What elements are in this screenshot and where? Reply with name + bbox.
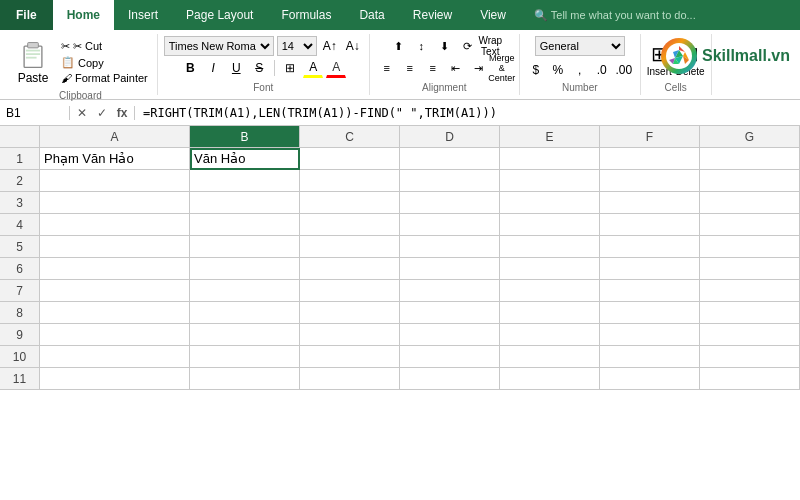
tab-insert[interactable]: Insert [114,0,172,30]
borders-button[interactable]: ⊞ [280,58,300,78]
cell-e5[interactable] [500,236,600,258]
cell-g6[interactable] [700,258,800,280]
cell-g5[interactable] [700,236,800,258]
cell-a1[interactable]: Phạm Văn Hảo [40,148,190,170]
cell-b6[interactable] [190,258,300,280]
cell-a10[interactable] [40,346,190,368]
cell-d1[interactable] [400,148,500,170]
cell-b11[interactable] [190,368,300,390]
strikethrough-button[interactable]: S [249,58,269,78]
row-header-4[interactable]: 4 [0,214,40,236]
cell-g1[interactable] [700,148,800,170]
cell-b1[interactable]: Văn Hảo [190,148,300,170]
currency-button[interactable]: $ [526,60,546,80]
tab-review[interactable]: Review [399,0,466,30]
cell-a5[interactable] [40,236,190,258]
font-face-select[interactable]: Times New Roma Arial Calibri [164,36,274,56]
decrease-indent-button[interactable]: ⇤ [445,58,467,78]
row-header-10[interactable]: 10 [0,346,40,368]
cell-e8[interactable] [500,302,600,324]
col-header-f[interactable]: F [600,126,700,147]
decrease-font-button[interactable]: A↓ [343,36,363,56]
cell-c11[interactable] [300,368,400,390]
cell-b2[interactable] [190,170,300,192]
cell-f3[interactable] [600,192,700,214]
cell-d6[interactable] [400,258,500,280]
cell-a11[interactable] [40,368,190,390]
col-header-b[interactable]: B [190,126,300,147]
cell-d8[interactable] [400,302,500,324]
number-format-select[interactable]: General Number Currency Date Percentage [535,36,625,56]
confirm-formula-button[interactable]: ✓ [94,106,110,120]
cell-f6[interactable] [600,258,700,280]
cell-c8[interactable] [300,302,400,324]
cell-e10[interactable] [500,346,600,368]
cell-reference-box[interactable]: B1 [0,106,70,120]
cell-g4[interactable] [700,214,800,236]
align-top-button[interactable]: ⬆ [387,36,409,56]
decrease-decimal-button[interactable]: .0 [592,60,612,80]
cell-g11[interactable] [700,368,800,390]
cell-c7[interactable] [300,280,400,302]
cell-e7[interactable] [500,280,600,302]
align-bottom-button[interactable]: ⬇ [433,36,455,56]
cell-b9[interactable] [190,324,300,346]
cell-a7[interactable] [40,280,190,302]
row-header-3[interactable]: 3 [0,192,40,214]
increase-decimal-button[interactable]: .00 [614,60,634,80]
row-header-6[interactable]: 6 [0,258,40,280]
cell-d4[interactable] [400,214,500,236]
font-size-select[interactable]: 14 10 11 12 16 18 [277,36,317,56]
cell-a8[interactable] [40,302,190,324]
col-header-g[interactable]: G [700,126,800,147]
cell-g2[interactable] [700,170,800,192]
cut-button[interactable]: ✂ ✂ Cut [58,39,151,54]
percent-button[interactable]: % [548,60,568,80]
bold-button[interactable]: B [180,58,200,78]
insert-function-button[interactable]: fx [114,106,130,120]
underline-button[interactable]: U [226,58,246,78]
cell-f7[interactable] [600,280,700,302]
cell-f9[interactable] [600,324,700,346]
col-header-a[interactable]: A [40,126,190,147]
tab-view[interactable]: View [466,0,520,30]
cell-d9[interactable] [400,324,500,346]
italic-button[interactable]: I [203,58,223,78]
cell-b7[interactable] [190,280,300,302]
corner-cell[interactable] [0,126,40,147]
paste-button[interactable]: Paste [10,36,56,88]
cell-f2[interactable] [600,170,700,192]
cancel-formula-button[interactable]: ✕ [74,106,90,120]
text-angle-button[interactable]: ⟳ [456,36,478,56]
col-header-d[interactable]: D [400,126,500,147]
cell-d7[interactable] [400,280,500,302]
cell-g10[interactable] [700,346,800,368]
cell-a4[interactable] [40,214,190,236]
cell-c3[interactable] [300,192,400,214]
row-header-5[interactable]: 5 [0,236,40,258]
cell-g9[interactable] [700,324,800,346]
tab-formulas[interactable]: Formulas [267,0,345,30]
cell-c10[interactable] [300,346,400,368]
cell-f10[interactable] [600,346,700,368]
cell-c6[interactable] [300,258,400,280]
formula-content[interactable]: =RIGHT(TRIM(A1),LEN(TRIM(A1))-FIND(" ",T… [135,106,800,120]
cell-a2[interactable] [40,170,190,192]
copy-button[interactable]: 📋 Copy [58,55,151,70]
cell-a9[interactable] [40,324,190,346]
cell-f5[interactable] [600,236,700,258]
cell-b5[interactable] [190,236,300,258]
tab-file[interactable]: File [0,0,53,30]
cell-b8[interactable] [190,302,300,324]
cell-b10[interactable] [190,346,300,368]
row-header-9[interactable]: 9 [0,324,40,346]
cell-g8[interactable] [700,302,800,324]
row-header-1[interactable]: 1 [0,148,40,170]
row-header-8[interactable]: 8 [0,302,40,324]
cell-a6[interactable] [40,258,190,280]
cell-c1[interactable] [300,148,400,170]
row-header-11[interactable]: 11 [0,368,40,390]
cell-f8[interactable] [600,302,700,324]
cell-a3[interactable] [40,192,190,214]
cell-e2[interactable] [500,170,600,192]
